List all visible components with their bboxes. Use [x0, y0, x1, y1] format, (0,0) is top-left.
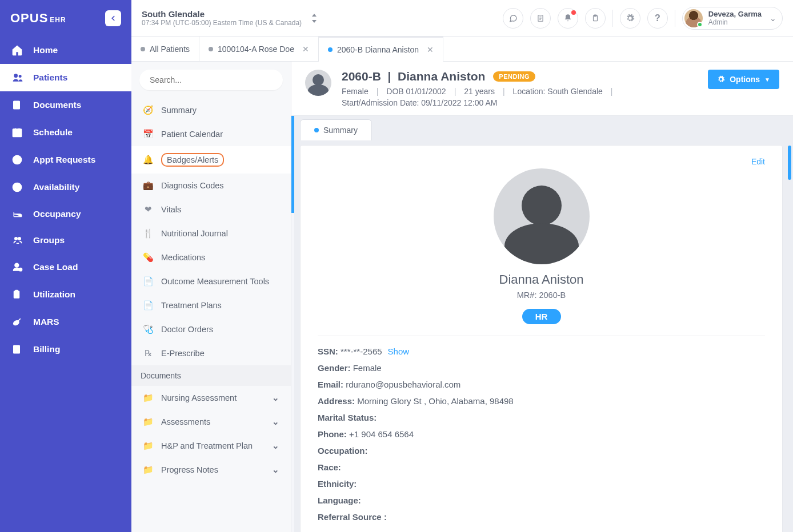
- nav-label: Billing: [33, 344, 60, 354]
- scroll-indicator[interactable]: [788, 146, 791, 180]
- user-menu[interactable]: Deveza, Garma Admin ⌄: [682, 7, 783, 30]
- folder-progress[interactable]: 📁Progress Notes⌄: [131, 458, 291, 482]
- sidelist-label: Nutritional Journal: [161, 229, 228, 238]
- sidelist-label: Diagnosis Codes: [161, 181, 224, 190]
- nav-item-appt[interactable]: Appt Requests: [0, 146, 131, 174]
- detail-value: Morning Glory St , Ohio, Alabama, 98498: [357, 396, 513, 406]
- detail-label: Language:: [318, 495, 361, 505]
- tab-dianna[interactable]: 2060-B Dianna Aniston✕: [319, 37, 443, 62]
- nav-item-mars[interactable]: MARS: [0, 308, 131, 336]
- caseload-icon: [11, 261, 24, 273]
- tab-all[interactable]: All Patients: [131, 37, 199, 61]
- tab-close-icon[interactable]: ✕: [302, 45, 309, 54]
- svg-point-1: [19, 75, 22, 78]
- groups-icon: [11, 235, 24, 245]
- patient-location: Location: South Glendale: [513, 87, 603, 96]
- alerts-unread-dot: [571, 10, 576, 15]
- rx-icon: ℞: [143, 348, 153, 358]
- detail-label: Race:: [318, 462, 341, 472]
- folder-label: Assessments: [161, 417, 210, 426]
- chat-icon[interactable]: [503, 8, 523, 29]
- briefcase-icon: 💼: [143, 180, 153, 191]
- detail-row: Occupation:: [318, 446, 765, 456]
- sidelist-tx[interactable]: 📄Treatment Plans: [131, 293, 291, 317]
- folder-icon: 📁: [143, 465, 153, 475]
- sidelist-label: Treatment Plans: [161, 301, 222, 310]
- folder-assess[interactable]: 📁Assessments⌄: [131, 410, 291, 434]
- collapse-nav-button[interactable]: [105, 10, 121, 26]
- sidelist-vitals[interactable]: ❤Vitals: [131, 198, 291, 221]
- detail-row: Email: rdurano@opusbehavioral.com: [318, 380, 765, 389]
- detail-label: SSN:: [318, 346, 338, 356]
- folder-hptx[interactable]: 📁H&P and Treatment Plan⌄: [131, 434, 291, 458]
- svg-point-14: [18, 237, 21, 240]
- folder-nursing[interactable]: 📁Nursing Assessment⌄: [131, 386, 291, 410]
- patient-avatar-small: [305, 70, 331, 96]
- file-icon: 📄: [143, 276, 153, 287]
- chevron-down-icon: ⌄: [272, 393, 279, 402]
- location-switch-icon[interactable]: [311, 14, 318, 23]
- sidelist-outcome[interactable]: 📄Outcome Measurement Tools: [131, 269, 291, 293]
- nav-item-caseload[interactable]: Case Load: [0, 253, 131, 281]
- sidelist-label: Patient Calendar: [161, 130, 223, 139]
- sidelist-nutri[interactable]: 🍴Nutritional Journal: [131, 221, 291, 245]
- nav-label: Home: [33, 45, 58, 55]
- svg-point-13: [15, 237, 18, 240]
- help-icon[interactable]: ?: [647, 8, 668, 29]
- options-button[interactable]: Options ▼: [708, 70, 779, 89]
- sidelist-label: Medications: [161, 253, 205, 262]
- brand-logo: OPUSEHR: [10, 11, 66, 26]
- sidelist-calendar[interactable]: 📅Patient Calendar: [131, 122, 291, 146]
- nav-label: MARS: [33, 317, 59, 327]
- sidelist-label: E-Prescribe: [161, 349, 205, 358]
- alerts-icon[interactable]: [558, 8, 578, 29]
- bell-icon: 🔔: [143, 155, 153, 165]
- user-name: Deveza, Garma: [708, 10, 762, 18]
- detail-row: Phone: +1 904 654 6564: [318, 429, 765, 439]
- location-block[interactable]: South Glendale 07:34 PM (UTC-05:00) East…: [142, 9, 302, 27]
- nav-item-utilization[interactable]: Utilization: [0, 281, 131, 308]
- sidelist-erx[interactable]: ℞E-Prescribe: [131, 341, 291, 365]
- patient-gender: Female: [342, 87, 369, 96]
- folder-icon: 📁: [143, 441, 153, 451]
- ssn-show-link[interactable]: Show: [388, 346, 410, 356]
- detail-value: ***-**-2565: [341, 346, 382, 356]
- nav-item-availability[interactable]: Availability: [0, 174, 131, 201]
- calendar-icon: 📅: [143, 129, 153, 139]
- svg-point-15: [15, 263, 19, 267]
- patient-name-header: Dianna Aniston: [398, 70, 485, 83]
- nav-label: Utilization: [33, 289, 75, 300]
- sidelist-meds[interactable]: 💊Medications: [131, 245, 291, 269]
- edit-link[interactable]: Edit: [751, 157, 765, 166]
- sidelist-label: Doctor Orders: [161, 325, 213, 334]
- location-time: 07:34 PM (UTC-05:00) Eastern Time (US & …: [142, 19, 302, 27]
- active-dot-icon: [314, 128, 319, 132]
- sidelist-orders[interactable]: 🩺Doctor Orders: [131, 317, 291, 341]
- chevron-down-icon: ⌄: [770, 14, 776, 23]
- patient-search-input[interactable]: [139, 70, 283, 90]
- tab-rose[interactable]: 1000104-A Rose Doe✕: [199, 37, 319, 61]
- tab-close-icon[interactable]: ✕: [427, 45, 434, 54]
- nav-label: Patients: [33, 72, 67, 83]
- inner-tab-summary[interactable]: Summary: [300, 119, 372, 140]
- nav-item-documents[interactable]: Documents: [0, 91, 131, 119]
- folder-label: Progress Notes: [161, 465, 218, 474]
- sidelist-summary[interactable]: 🧭Summary: [131, 98, 291, 122]
- patient-avatar-large: [494, 168, 590, 264]
- svg-point-10: [16, 132, 19, 135]
- nav-item-schedule[interactable]: Schedule: [0, 119, 131, 146]
- notes-icon[interactable]: [530, 8, 551, 29]
- nav-item-patients[interactable]: Patients: [0, 64, 131, 91]
- nav-item-home[interactable]: Home: [0, 37, 131, 64]
- sidelist-badges[interactable]: 🔔Badges/Alerts: [131, 146, 291, 174]
- patient-start-date: Start/Admission Date: 09/11/2022 12:00 A…: [342, 98, 497, 107]
- patient-mr: 2060-B: [342, 70, 381, 83]
- nav-item-occupancy[interactable]: Occupancy: [0, 201, 131, 227]
- top-bar: South Glendale 07:34 PM (UTC-05:00) East…: [131, 0, 793, 37]
- nav-item-billing[interactable]: Billing: [0, 336, 131, 363]
- left-nav: OPUSEHR HomePatientsDocumentsScheduleApp…: [0, 0, 131, 532]
- sidelist-dx[interactable]: 💼Diagnosis Codes: [131, 174, 291, 198]
- clipboard-icon[interactable]: [585, 8, 606, 29]
- settings-icon[interactable]: [620, 8, 640, 29]
- nav-item-groups[interactable]: Groups: [0, 227, 131, 253]
